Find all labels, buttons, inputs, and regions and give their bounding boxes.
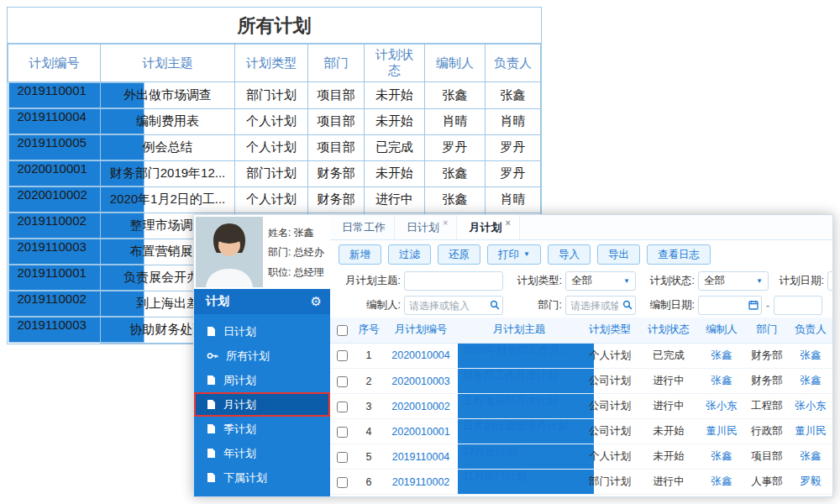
row-checkbox[interactable] (337, 376, 348, 387)
plan-id-link[interactable]: 2019110004 (384, 444, 458, 470)
owner-link[interactable]: 张鑫 (789, 343, 832, 369)
owner-link[interactable]: 张鑫 (789, 444, 832, 470)
plan-subject-link[interactable]: 12月份计划 (458, 444, 594, 470)
sidebar-item-quarter-plan[interactable]: 季计划 (194, 417, 330, 441)
close-icon[interactable]: × (505, 218, 510, 228)
column-header: 序号 (354, 318, 384, 343)
row-index-cell: 2 (354, 369, 384, 394)
cell: 进行中 (365, 186, 425, 213)
create-date-filter-label: 编制日期: (646, 298, 698, 312)
calendar-icon[interactable] (748, 300, 759, 310)
avatar (196, 217, 263, 287)
sidebar-item-subordinate-plans[interactable]: 下属计划 (194, 465, 330, 490)
subject-filter-input[interactable] (404, 271, 503, 291)
owner-link[interactable]: 董川民 (789, 419, 832, 444)
row-index-cell: 6 (354, 470, 384, 495)
status-filter-select[interactable]: 全部 ▼ (698, 271, 769, 291)
chevron-down-icon: ▼ (623, 278, 630, 285)
plan-id-link[interactable]: 2020010002 (384, 394, 458, 419)
column-header: 部门 (745, 318, 789, 343)
owner-link[interactable]: 罗毅 (789, 470, 832, 495)
owner-link[interactable]: 张小东 (789, 394, 832, 419)
plan-subject-link[interactable]: 工程项目部月度计划 (458, 394, 594, 419)
row-checkbox[interactable] (337, 477, 348, 488)
cell: 已完成 (365, 134, 425, 160)
owner-link[interactable]: 张鑫 (789, 369, 832, 394)
plan-status-cell: 未开始 (639, 444, 698, 470)
filter-button[interactable]: 过滤 (388, 244, 431, 265)
select-all-checkbox[interactable] (337, 325, 348, 336)
tab-day-plan[interactable]: 日计划× (395, 215, 457, 239)
sidebar-item-year-plan[interactable]: 年计划 (194, 441, 330, 465)
creator-link[interactable]: 董川民 (698, 419, 745, 444)
cell: 罗丹 (486, 134, 541, 160)
cell: 肖晴 (486, 108, 541, 134)
close-icon[interactable]: × (443, 218, 448, 228)
filter-panel: 月计划主题: 计划类型: 全部 ▼ 计划状态: 全部 (330, 269, 832, 318)
type-filter-select[interactable]: 全部 ▼ (565, 271, 636, 291)
plan-id-link[interactable]: 2020010004 (384, 343, 458, 369)
sidebar-item-week-plan[interactable]: 周计划 (194, 368, 330, 392)
gear-icon[interactable]: ⚙ (311, 294, 322, 309)
row-select-cell (330, 394, 354, 419)
plan-subject-link[interactable]: 日常的行政管理月计划 (458, 419, 594, 444)
department-cell: 财务部 (745, 343, 789, 369)
restore-button[interactable]: 还原 (438, 244, 480, 265)
row-checkbox[interactable] (337, 452, 348, 463)
plan-id-link[interactable]: 2019110002 (384, 470, 458, 495)
table-row: 32020010002工程项目部月度计划公司计划进行中张小东工程部张小东 (330, 394, 832, 419)
tab-bar: 日常工作日计划×月计划× (330, 215, 832, 240)
creator-filter-input[interactable] (404, 296, 503, 315)
type-filter-value: 全部 (571, 274, 592, 288)
column-header: 月计划主题 (458, 318, 580, 343)
sidebar-item-day-plan[interactable]: 日计划 (194, 319, 330, 344)
row-checkbox[interactable] (337, 402, 348, 412)
view-log-button[interactable]: 查看日志 (647, 244, 711, 265)
creator-link[interactable]: 张小东 (698, 394, 745, 419)
plan-date-input[interactable] (827, 271, 832, 291)
plan-subject-link[interactable]: 11月部门计划 (458, 470, 594, 495)
import-button[interactable]: 导入 (548, 244, 591, 265)
sidebar-header: 计划 ⚙ (194, 289, 330, 314)
button-label: 导入 (559, 248, 580, 262)
create-date-end-input[interactable] (774, 296, 822, 315)
creator-link[interactable]: 张鑫 (698, 369, 745, 394)
cell: 部门计划 (235, 160, 308, 186)
add-button[interactable]: 新增 (339, 244, 381, 265)
creator-link[interactable]: 张鑫 (698, 444, 745, 470)
department-cell: 行政部 (745, 419, 789, 444)
page-title: 所有计划 (8, 8, 541, 44)
doc-icon (207, 375, 216, 386)
tab-month-plan[interactable]: 月计划× (457, 215, 519, 239)
sidebar-item-month-plan[interactable]: 月计划 (194, 392, 330, 417)
button-label: 还原 (449, 248, 470, 262)
print-button[interactable]: 打印▼ (487, 244, 541, 265)
sidebar-item-label: 季计划 (223, 422, 256, 437)
row-checkbox[interactable] (337, 427, 348, 438)
cell: 个人计划 (235, 108, 308, 134)
table-row: 2020010001财务部门2019年12...部门计划财务部未开始张鑫罗丹 (8, 160, 541, 186)
sidebar-item-all-plans[interactable]: 所有计划 (194, 344, 330, 368)
creator-link[interactable]: 张鑫 (698, 470, 745, 495)
profile-photo (196, 217, 263, 287)
plan-id-link[interactable]: 2020010001 (384, 419, 458, 444)
cell: 个人计划 (235, 186, 308, 213)
search-icon[interactable] (622, 300, 633, 310)
button-label: 查看日志 (658, 248, 700, 262)
creator-link[interactable]: 张鑫 (698, 343, 745, 369)
table-row: 42020010001日常的行政管理月计划公司计划未开始董川民行政部董川民 (330, 419, 832, 444)
tab-daily-work[interactable]: 日常工作 (330, 215, 395, 239)
export-button[interactable]: 导出 (597, 244, 640, 265)
plan-subject-link[interactable]: 财务部工作月度计划 (458, 369, 594, 394)
plan-status-cell: 进行中 (639, 369, 698, 394)
cell: 张鑫 (486, 82, 541, 109)
sidebar-item-label: 日计划 (223, 324, 256, 339)
plan-id-link[interactable]: 2020010003 (384, 369, 458, 394)
search-icon[interactable] (490, 300, 500, 310)
column-header: 计划类型 (580, 318, 639, 343)
row-checkbox[interactable] (337, 350, 348, 361)
plan-subject-link[interactable]: 2020年财务部工作月... (458, 344, 594, 369)
chevron-down-icon: ▼ (756, 278, 763, 285)
content-area: 日常工作日计划×月计划× 新增过滤还原打印▼导入导出查看日志 月计划主题: 计划… (330, 215, 832, 496)
dept-filter-label: 部门: (513, 298, 565, 312)
